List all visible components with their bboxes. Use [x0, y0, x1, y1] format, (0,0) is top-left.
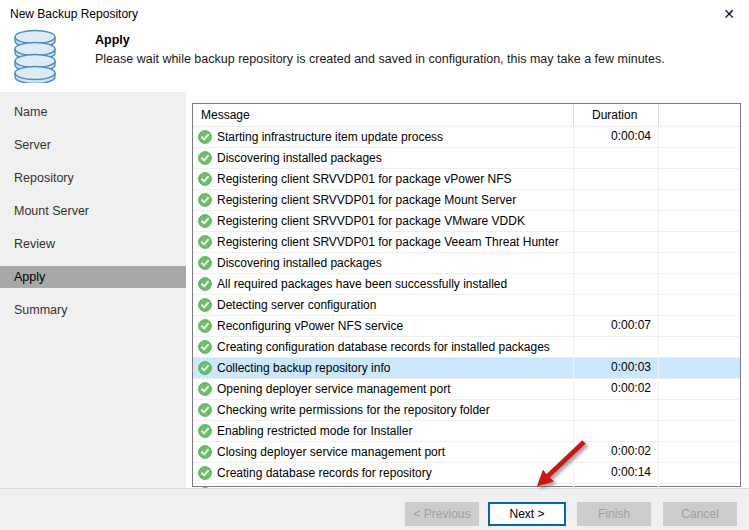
column-header-duration[interactable]: Duration — [574, 104, 659, 126]
row-spacer — [659, 358, 740, 378]
duration-text: 0:00:04 — [574, 127, 659, 147]
table-row[interactable]: Reconfiguring vPower NFS service 0:00:07 — [193, 316, 740, 337]
row-spacer — [659, 253, 740, 273]
duration-text: 0:00:07 — [574, 316, 659, 336]
step-title: Apply — [95, 33, 130, 47]
sidebar-step-item[interactable]: Server — [0, 134, 186, 156]
success-check-icon — [198, 466, 212, 480]
table-row[interactable]: Starting infrastructure item update proc… — [193, 127, 740, 148]
table-row[interactable]: Opening deployer service management port… — [193, 379, 740, 400]
table-row[interactable]: Discovering installed packages — [193, 148, 740, 169]
message-text: Creating configuration database records … — [217, 340, 550, 354]
progress-table: Message Duration Starting infrastructure… — [192, 103, 741, 487]
duration-text — [574, 337, 659, 357]
table-row[interactable]: Collecting backup repository info 0:00:0… — [193, 358, 740, 379]
title-bar: New Backup Repository ✕ — [0, 0, 749, 28]
duration-text — [574, 232, 659, 252]
duration-text — [574, 211, 659, 231]
wizard-footer: < Previous Next > Finish Cancel — [0, 488, 749, 530]
table-row[interactable]: Registering client SRVVDP01 for package … — [193, 232, 740, 253]
table-row[interactable]: Discovering installed packages — [193, 253, 740, 274]
message-text: Checking write permissions for the repos… — [217, 403, 490, 417]
table-body: Starting infrastructure item update proc… — [193, 127, 740, 505]
message-text: Enabling restricted mode for Installer — [217, 424, 412, 438]
row-spacer — [659, 190, 740, 210]
duration-text: 0:00:03 — [574, 358, 659, 378]
sidebar-step-item[interactable]: Repository — [0, 167, 186, 189]
duration-text — [574, 400, 659, 420]
row-spacer — [659, 337, 740, 357]
row-spacer — [659, 232, 740, 252]
database-stack-icon — [13, 29, 57, 87]
table-row[interactable]: Registering client SRVVDP01 for package … — [193, 169, 740, 190]
sidebar-step-item[interactable]: Mount Server — [0, 200, 186, 222]
sidebar-step-item[interactable]: Summary — [0, 299, 186, 321]
success-check-icon — [198, 340, 212, 354]
duration-text — [574, 421, 659, 441]
row-spacer — [659, 379, 740, 399]
table-row[interactable]: Creating configuration database records … — [193, 337, 740, 358]
column-header-message[interactable]: Message — [193, 104, 574, 126]
duration-text — [574, 253, 659, 273]
step-description: Please wait while backup repository is c… — [95, 52, 665, 66]
message-text: All required packages have been successf… — [217, 277, 507, 291]
row-spacer — [659, 421, 740, 441]
message-text: Reconfiguring vPower NFS service — [217, 319, 403, 333]
duration-text — [574, 148, 659, 168]
message-text: Registering client SRVVDP01 for package … — [217, 214, 525, 228]
table-header-row: Message Duration — [193, 104, 740, 127]
column-header-spacer — [659, 104, 740, 126]
table-row[interactable]: Registering client SRVVDP01 for package … — [193, 190, 740, 211]
row-spacer — [659, 211, 740, 231]
row-spacer — [659, 442, 740, 462]
duration-text: 0:00:02 — [574, 442, 659, 462]
message-text: Registering client SRVVDP01 for package … — [217, 193, 516, 207]
success-check-icon — [198, 319, 212, 333]
success-check-icon — [198, 256, 212, 270]
sidebar-step-item[interactable]: Apply — [0, 266, 186, 288]
success-check-icon — [198, 151, 212, 165]
success-check-icon — [198, 130, 212, 144]
table-row[interactable]: Detecting server configuration — [193, 295, 740, 316]
duration-text — [574, 169, 659, 189]
duration-text — [574, 295, 659, 315]
duration-text — [574, 274, 659, 294]
close-icon[interactable]: ✕ — [719, 4, 739, 24]
table-row[interactable]: Checking write permissions for the repos… — [193, 400, 740, 421]
success-check-icon — [198, 277, 212, 291]
row-spacer — [659, 316, 740, 336]
row-spacer — [659, 400, 740, 420]
cancel-button[interactable]: Cancel — [663, 502, 737, 526]
wizard-content: Name Server Repository Mount Server Revi… — [0, 92, 749, 488]
row-spacer — [659, 463, 740, 483]
next-button[interactable]: Next > — [488, 502, 566, 526]
message-text: Detecting server configuration — [217, 298, 376, 312]
duration-text: 0:00:14 — [574, 463, 659, 483]
sidebar-step-item[interactable]: Review — [0, 233, 186, 255]
previous-button[interactable]: < Previous — [405, 502, 479, 526]
row-spacer — [659, 169, 740, 189]
duration-text — [574, 190, 659, 210]
success-check-icon — [198, 172, 212, 186]
success-check-icon — [198, 214, 212, 228]
message-text: Opening deployer service management port — [217, 382, 450, 396]
wizard-header: Apply Please wait while backup repositor… — [0, 28, 749, 92]
success-check-icon — [198, 298, 212, 312]
table-row[interactable]: Registering client SRVVDP01 for package … — [193, 211, 740, 232]
table-row[interactable]: Creating database records for repository… — [193, 463, 740, 484]
row-spacer — [659, 295, 740, 315]
wizard-steps-sidebar: Name Server Repository Mount Server Revi… — [0, 92, 186, 488]
sidebar-step-item[interactable]: Name — [0, 101, 186, 123]
table-row[interactable]: Closing deployer service management port… — [193, 442, 740, 463]
finish-button[interactable]: Finish — [577, 502, 651, 526]
window-title: New Backup Repository — [10, 7, 138, 21]
table-row[interactable]: All required packages have been successf… — [193, 274, 740, 295]
table-row[interactable]: Enabling restricted mode for Installer — [193, 421, 740, 442]
success-check-icon — [198, 403, 212, 417]
success-check-icon — [198, 382, 212, 396]
row-spacer — [659, 127, 740, 147]
row-spacer — [659, 148, 740, 168]
message-text: Discovering installed packages — [217, 256, 382, 270]
success-check-icon — [198, 424, 212, 438]
message-text: Discovering installed packages — [217, 151, 382, 165]
